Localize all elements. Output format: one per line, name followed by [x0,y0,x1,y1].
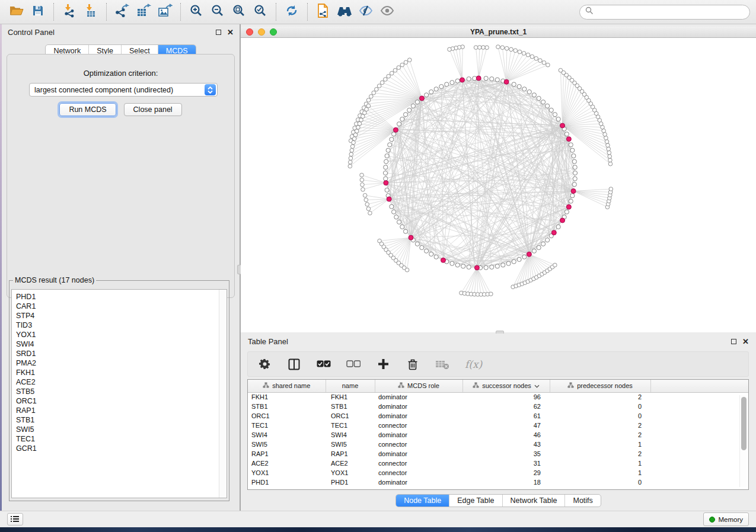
optimization-criterion-label: Optimization criterion: [7,69,234,78]
mcds-list-scrollbar[interactable] [219,290,227,498]
share-document-button[interactable] [312,2,334,22]
export-network-button[interactable] [111,2,133,22]
column-header-empty [650,380,749,392]
import-network-button[interactable] [59,2,80,22]
table-row[interactable]: SWI5SWI5connector431 [248,440,749,449]
search-icon [585,6,594,18]
table-scrollbar-thumb[interactable] [741,397,747,450]
tab-node-table[interactable]: Node Table [396,495,449,507]
mcds-hub-node [474,265,479,270]
tab-network-table[interactable]: Network Table [502,495,565,507]
zoom-selected-button[interactable] [250,2,271,22]
zoom-out-icon [210,4,225,20]
export-image-button[interactable] [154,2,176,22]
table-row[interactable]: ACE2ACE2connector311 [248,459,749,468]
network-window-titlebar[interactable]: YPA_prune.txt_1 [241,27,756,38]
zoom-out-button[interactable] [207,2,228,22]
column-header-MCDS-role[interactable]: MCDS role [375,380,462,392]
mcds-result-item[interactable]: SWI4 [16,339,227,349]
mcds-result-item[interactable]: STB1 [16,415,227,425]
add-icon[interactable] [376,357,390,371]
criterion-selected-value: largest connected component (undirected) [30,86,205,94]
mcds-result-item[interactable]: ORC1 [16,396,227,406]
criterion-select[interactable]: largest connected component (undirected) [29,83,218,97]
search-input[interactable] [594,8,745,16]
zoom-in-button[interactable] [186,2,207,22]
binoculars-button[interactable] [334,2,355,22]
mcds-result-item[interactable]: ACE2 [16,377,227,387]
mcds-result-item[interactable]: SRD1 [16,349,227,358]
mcds-hub-node [393,127,398,132]
deselect-all-icon[interactable] [346,357,361,371]
mcds-result-item[interactable]: PHD1 [16,292,227,302]
mcds-result-list[interactable]: PHD1CAR1STP4TID3YOX1SWI4SRD1PMA2FKH1ACE2… [11,289,227,498]
table-row[interactable]: STB1STB1dominator620 [248,402,749,411]
list-icon [11,514,20,525]
mcds-result-item[interactable]: YOX1 [16,330,227,339]
mcds-result-item[interactable]: TEC1 [16,434,227,444]
mcds-result-item[interactable]: GCR1 [16,444,227,453]
save-session-button[interactable] [27,2,49,22]
tab-edge-table[interactable]: Edge Table [449,495,502,507]
task-history-button[interactable] [7,513,23,525]
toolbar-separator [180,3,181,21]
sort-indicator-icon [534,382,540,389]
close-panel-icon[interactable]: ✕ [742,339,749,344]
mcds-result-item[interactable]: STB5 [16,387,227,396]
save-floppy-icon [31,4,44,20]
column-header-successor-nodes[interactable]: successor nodes [462,380,550,392]
zoom-fit-button[interactable] [228,2,250,22]
mcds-result-item[interactable]: PMA2 [16,358,227,368]
zoom-selected-icon [253,4,267,20]
table-row[interactable]: YOX1YOX1connector291 [248,468,749,477]
close-panel-icon[interactable]: ✕ [227,30,234,35]
mcds-hub-node [566,137,571,142]
mcds-hub-node [566,204,571,209]
export-table-button[interactable] [133,2,154,22]
table-row[interactable]: FKH1FKH1dominator962 [248,392,749,402]
run-mcds-button[interactable]: Run MCDS [59,103,116,116]
columns-icon[interactable] [287,357,301,371]
table-panel-header: Table Panel ✕ [241,334,756,349]
gear-icon[interactable] [257,357,272,371]
table-row[interactable]: TEC1TEC1connector472 [248,421,749,430]
mcds-result-item[interactable]: SWI5 [16,425,227,434]
table-row[interactable]: ORC1ORC1dominator610 [248,411,749,421]
toolbar-separator [276,3,276,21]
float-panel-icon[interactable] [216,30,221,35]
float-panel-icon[interactable] [731,339,736,344]
mcds-result-item[interactable]: STP4 [16,311,227,321]
export-image-icon [157,4,173,20]
table-row[interactable]: PHD1PHD1dominator180 [248,477,749,487]
mcds-hub-node [527,252,531,257]
zoom-in-icon [189,4,203,20]
close-panel-button[interactable]: Close panel [124,103,182,116]
select-all-icon[interactable] [317,357,331,371]
table-scrollbar[interactable] [739,395,747,487]
mcds-result-item[interactable]: RAP1 [16,406,227,415]
delete-icon[interactable] [406,357,420,371]
tab-motifs[interactable]: Motifs [564,495,600,507]
mcds-result-item[interactable]: FKH1 [16,368,227,377]
network-view-window: YPA_prune.txt_1 [241,27,756,332]
open-session-button[interactable] [6,2,27,22]
refresh-button[interactable] [281,2,302,22]
mcds-result-item[interactable]: CAR1 [16,302,227,311]
mcds-result-item[interactable]: TID3 [16,321,227,330]
mcds-hub-node [384,181,388,185]
desktop-wallpaper-bottom [0,527,756,532]
memory-button[interactable]: Memory [703,512,749,526]
column-header-predecessor-nodes[interactable]: predecessor nodes [550,380,650,392]
mcds-hub-node [571,189,576,194]
table-row[interactable]: SWI4SWI4dominator462 [248,430,749,440]
column-header-shared-name[interactable]: shared name [248,380,326,392]
import-table-button[interactable] [80,2,101,22]
eye-button[interactable] [377,2,398,22]
node-table[interactable]: shared namenameMCDS rolesuccessor nodesp… [247,379,749,490]
network-canvas[interactable] [241,38,756,332]
mcds-result-groupbox: MCDS result (17 nodes) PHD1CAR1STP4TID3Y… [9,276,229,501]
column-header-name[interactable]: name [326,380,375,392]
search-box[interactable] [579,5,750,20]
hide-visibility-button[interactable] [355,2,377,22]
table-row[interactable]: RAP1RAP1dominator352 [248,449,749,459]
